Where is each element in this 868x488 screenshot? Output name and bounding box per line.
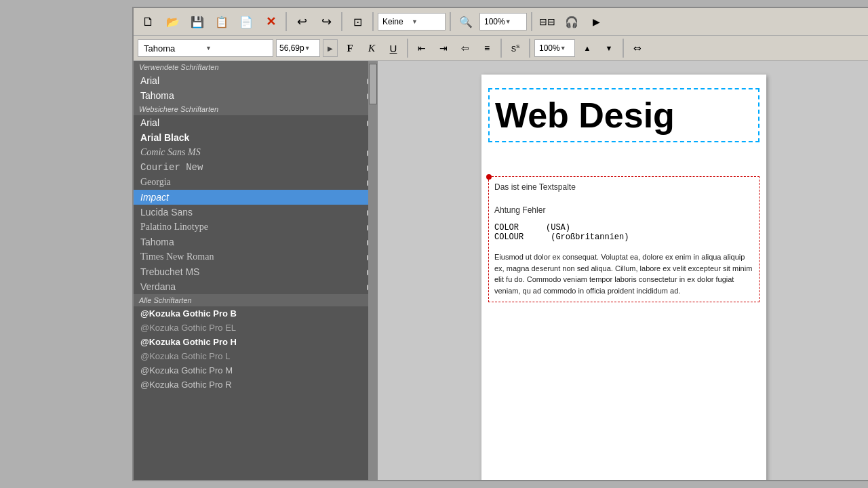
text-column-label: Das ist eine Textspalte: [494, 182, 753, 192]
error-label: Ahtung Fehler: [494, 205, 753, 215]
zoom-search-icon: 🔍: [459, 16, 473, 28]
font-size-input[interactable]: 56,69p ▼: [276, 39, 320, 57]
websafe-palatino-item[interactable]: Palatino Linotype ▶: [134, 220, 378, 235]
main-area: Verwendete Schriftarten Arial ▶ Tahoma ▶…: [134, 61, 868, 480]
all-kozuka-r-item[interactable]: @Kozuka Gothic Pro R: [134, 378, 378, 392]
mode-dropdown-arrow: ▼: [412, 18, 441, 25]
zoom-dropdown-arrow: ▼: [505, 18, 511, 25]
separator4: [450, 12, 451, 31]
underline-button[interactable]: U: [384, 39, 403, 57]
used-arial-item[interactable]: Arial ▶: [134, 73, 378, 88]
websafe-courier-label: Courier New: [140, 162, 203, 173]
websafe-verdana-item[interactable]: Verdana ▶: [134, 279, 378, 294]
font-size-arrow: ▼: [304, 45, 317, 52]
websafe-impact-item[interactable]: Impact: [134, 190, 378, 205]
all-kozuka-h-item[interactable]: @Kozuka Gothic Pro H: [134, 335, 378, 349]
websafe-comic-item[interactable]: Comic Sans MS ▶: [134, 145, 378, 160]
used-arial-label: Arial: [140, 75, 159, 86]
superscript-button[interactable]: SS: [506, 39, 525, 57]
bold-icon: F: [347, 43, 353, 54]
audio-button[interactable]: 🎧: [561, 11, 583, 33]
websafe-courier-item[interactable]: Courier New ▶: [134, 160, 378, 175]
undo-icon: ↩: [297, 14, 307, 29]
scrollbar-thumb[interactable]: [369, 64, 377, 104]
align-right-button[interactable]: ⇦: [456, 39, 475, 57]
font-size-apply-icon: ▶: [328, 45, 333, 52]
italic-icon: K: [368, 43, 375, 54]
websafe-fonts-header: Websichere Schriftarten: [134, 103, 378, 115]
all-kozuka-r-label: @Kozuka Gothic Pro R: [140, 380, 232, 390]
doc-area: Web Desig Das ist eine Textspalte Ahtung…: [378, 61, 868, 480]
mode-dropdown[interactable]: Keine ▼: [378, 13, 446, 30]
save-button[interactable]: 💾: [186, 11, 208, 33]
close-button[interactable]: ✕: [260, 11, 281, 33]
paste-button[interactable]: 📄: [235, 11, 257, 33]
all-kozuka-el-item[interactable]: @Kozuka Gothic Pro EL: [134, 321, 378, 335]
separator7: [500, 39, 502, 58]
bold-button[interactable]: F: [340, 39, 359, 57]
title-text-block[interactable]: Web Desig: [488, 88, 760, 142]
all-kozuka-m-label: @Kozuka Gothic Pro M: [140, 365, 233, 375]
more-button[interactable]: ▶: [585, 11, 607, 33]
zoom-box: 100% ▼: [479, 13, 527, 30]
all-kozuka-b-item[interactable]: @Kozuka Gothic Pro B: [134, 306, 378, 321]
undo-button[interactable]: ↩: [291, 11, 313, 33]
websafe-times-item[interactable]: Times New Roman ▶: [134, 249, 378, 264]
align-left-icon: ⇤: [418, 43, 426, 54]
copy-button[interactable]: 📋: [211, 11, 233, 33]
zoom-search-button[interactable]: 🔍: [455, 11, 477, 33]
redo-button[interactable]: ↪: [315, 11, 337, 33]
align-center-icon: ⇥: [439, 43, 448, 54]
line-spacing-up-button[interactable]: ▲: [578, 39, 597, 57]
align-left-button[interactable]: ⇤: [412, 39, 431, 57]
line-spacing-up-icon: ▲: [584, 44, 591, 52]
line-spacing-arrow: ▼: [560, 45, 566, 52]
websafe-impact-label: Impact: [140, 192, 169, 203]
font-selector-arrow: ▼: [205, 45, 267, 52]
websafe-arial-item[interactable]: Arial ▶: [134, 115, 378, 130]
color-usa-label: COLOR: [494, 223, 519, 232]
italic-button[interactable]: K: [362, 39, 381, 57]
new-icon: 🗋: [142, 15, 155, 29]
used-tahoma-item[interactable]: Tahoma ▶: [134, 88, 378, 103]
line-spacing-box[interactable]: 100% ▼: [534, 39, 575, 57]
open-icon: 📂: [166, 16, 180, 28]
all-kozuka-m-item[interactable]: @Kozuka Gothic Pro M: [134, 363, 378, 378]
toolbar-row2: Tahoma ▼ 56,69p ▼ ▶ F K U ⇤ ⇥ ⇦ ≡: [134, 36, 868, 61]
color-uk-label: COLOUR: [494, 232, 524, 242]
font-size-apply-button[interactable]: ▶: [323, 39, 338, 57]
open-button[interactable]: 📂: [162, 11, 184, 33]
websafe-trebuchet-item[interactable]: Trebuchet MS ▶: [134, 264, 378, 279]
separator5: [531, 12, 532, 31]
all-kozuka-l-item[interactable]: @Kozuka Gothic Pro L: [134, 349, 378, 363]
indent-button[interactable]: ⇔: [628, 39, 647, 57]
websafe-georgia-item[interactable]: Georgia ▶: [134, 175, 378, 190]
websafe-lucida-label: Lucida Sans: [140, 207, 193, 218]
anchor-dot: [486, 174, 492, 180]
scrollbar-track[interactable]: [368, 61, 378, 480]
slider-button[interactable]: ⊟⊟: [536, 11, 558, 33]
frame-button[interactable]: ⊡: [347, 11, 368, 33]
separator3: [372, 12, 374, 31]
underline-icon: U: [390, 43, 397, 54]
justify-button[interactable]: ≡: [477, 39, 496, 57]
toolbar-row1: 🗋 📂 💾 📋 📄 ✕ ↩ ↪ ⊡ Keine ▼: [134, 8, 868, 36]
websafe-tahoma-item[interactable]: Tahoma ▶: [134, 235, 378, 249]
websafe-verdana-label: Verdana: [140, 281, 176, 292]
font-size-value: 56,69p: [279, 43, 304, 53]
more-icon: ▶: [593, 16, 600, 27]
websafe-arialblack-item[interactable]: Arial Black: [134, 130, 378, 145]
align-center-button[interactable]: ⇥: [434, 39, 453, 57]
font-panel-scroll: Verwendete Schriftarten Arial ▶ Tahoma ▶…: [134, 61, 378, 480]
justify-icon: ≡: [484, 43, 490, 54]
font-selector[interactable]: Tahoma ▼: [138, 39, 273, 57]
all-fonts-header: Alle Schriftarten: [134, 294, 378, 306]
websafe-times-label: Times New Roman: [140, 251, 214, 262]
all-kozuka-l-label: @Kozuka Gothic Pro L: [140, 351, 230, 361]
new-button[interactable]: 🗋: [138, 11, 159, 33]
body-text-block[interactable]: Das ist eine Textspalte Ahtung Fehler CO…: [488, 176, 760, 302]
copy-icon: 📋: [215, 16, 229, 28]
websafe-lucida-item[interactable]: Lucida Sans ▶: [134, 205, 378, 220]
websafe-georgia-label: Georgia: [140, 177, 171, 188]
line-spacing-down-button[interactable]: ▼: [599, 39, 618, 57]
